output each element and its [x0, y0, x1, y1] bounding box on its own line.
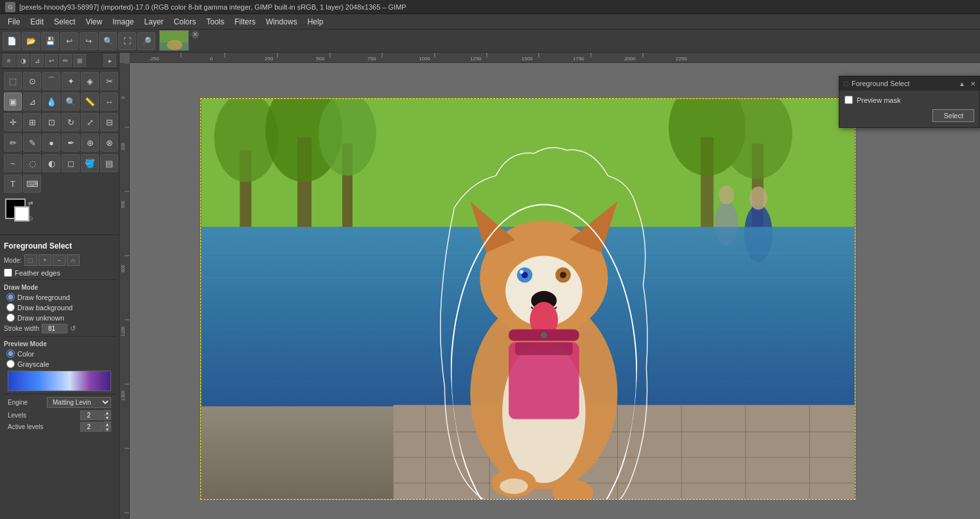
stroke-width-refresh-btn[interactable]: ↺ — [70, 324, 76, 333]
tool-ellipse-select[interactable]: ⊙ — [23, 72, 41, 90]
mode-subtract-btn[interactable]: − — [53, 254, 66, 266]
menu-filters[interactable]: Filters — [229, 16, 261, 28]
thumbnail-close[interactable]: ✕ — [191, 31, 199, 39]
preview-grayscale-label: Grayscale — [17, 360, 49, 368]
panel-icon-layers[interactable]: ≡ — [3, 54, 15, 67]
image-thumbnail[interactable] — [159, 30, 189, 51]
menu-image[interactable]: Image — [107, 16, 139, 28]
tool-scissors[interactable]: ✂ — [100, 72, 118, 90]
menu-edit[interactable]: Edit — [25, 16, 49, 28]
save-button[interactable]: 💾 — [41, 32, 59, 50]
menu-file[interactable]: File — [3, 16, 25, 28]
tool-move[interactable]: ✛ — [4, 113, 22, 131]
tool-measure[interactable]: 📏 — [81, 92, 99, 110]
panel-icon-brushes[interactable]: ✏ — [59, 54, 72, 67]
tool-color-picker[interactable]: 💧 — [42, 92, 60, 110]
toolbox: ≡ ◑ ⊿ ↩ ✏ ⊞ ▸ ⬚ ⊙ ⌒ ✦ ◈ ✂ ▣ ⊿ 💧 🔍 📏 ↔ ✛ — [0, 53, 119, 519]
tool-ink[interactable]: ✒ — [62, 134, 80, 152]
levels-label: Levels — [8, 412, 26, 419]
menu-windows[interactable]: Windows — [261, 16, 302, 28]
tool-align[interactable]: ⊞ — [23, 113, 41, 131]
tool-zoom[interactable]: 🔍 — [62, 92, 80, 110]
levels-up-btn[interactable]: ▲ — [103, 410, 111, 415]
tool-script[interactable]: ⌨ — [23, 175, 41, 193]
open-file-button[interactable]: 📂 — [22, 32, 40, 50]
menu-select[interactable]: Select — [49, 16, 80, 28]
new-file-button[interactable]: 📄 — [3, 32, 21, 50]
canvas-viewport[interactable]: ⬚ Foreground Select ▲ ✕ Preview mask Sel… — [130, 63, 980, 519]
preview-mask-checkbox[interactable] — [844, 96, 853, 104]
stroke-width-row: Stroke width ↺ — [4, 324, 115, 333]
svg-text:0: 0 — [210, 56, 213, 62]
mode-replace-btn[interactable]: ⬚ — [24, 254, 37, 266]
tool-clone[interactable]: ⊗ — [100, 134, 118, 152]
undo-button[interactable]: ↩ — [60, 32, 78, 50]
menu-layer[interactable]: Layer — [139, 16, 169, 28]
tool-airbrush[interactable]: ● — [42, 134, 60, 152]
zoom-fit-button[interactable]: ⛶ — [118, 32, 136, 50]
image-canvas[interactable] — [200, 98, 855, 500]
fg-dialog-arrow-icon[interactable]: ▲ — [959, 80, 965, 87]
draw-mode-title: Draw Mode — [4, 284, 115, 291]
active-levels-input[interactable] — [80, 422, 103, 432]
mode-add-btn[interactable]: + — [39, 254, 51, 266]
tool-shear[interactable]: ⊟ — [100, 113, 118, 131]
panel-icon-paths[interactable]: ⊿ — [31, 54, 44, 67]
stroke-width-input[interactable] — [42, 324, 67, 333]
background-color[interactable] — [14, 206, 30, 222]
tool-paths[interactable]: ⊿ — [23, 92, 41, 110]
tool-transform[interactable]: ↔ — [100, 92, 118, 110]
tool-fill[interactable]: 🪣 — [81, 154, 99, 172]
tool-fuzzy-select[interactable]: ✦ — [62, 72, 80, 90]
tool-text[interactable]: T — [4, 175, 22, 193]
zoom-in-button[interactable]: 🔎 — [137, 32, 155, 50]
svg-text:2250: 2250 — [676, 56, 687, 62]
panel-menu-button[interactable]: ▸ — [103, 54, 116, 67]
draw-foreground-radio[interactable] — [6, 293, 15, 301]
tool-smudge[interactable]: ~ — [4, 154, 22, 172]
redo-button[interactable]: ↪ — [80, 32, 98, 50]
preview-color-radio[interactable] — [6, 349, 15, 358]
tool-rect-select[interactable]: ⬚ — [4, 72, 22, 90]
color-swatch[interactable]: ⇄ ⊙ — [5, 198, 44, 229]
tool-crop[interactable]: ⊡ — [42, 113, 60, 131]
panel-icon-channels[interactable]: ◑ — [17, 54, 30, 67]
preview-grayscale-radio[interactable] — [6, 360, 15, 368]
fg-dialog-close-icon[interactable]: ✕ — [970, 80, 976, 87]
tool-dodge-burn[interactable]: ◐ — [42, 154, 60, 172]
window-title: [pexels-hnoody93-58997] (imported)-17.0 … — [19, 3, 407, 11]
mode-intersect-btn[interactable]: ∩ — [67, 254, 80, 266]
engine-select[interactable]: Matting Levin Matting Global — [47, 397, 111, 408]
active-levels-up-btn[interactable]: ▲ — [103, 421, 111, 427]
swap-colors-button[interactable]: ⇄ — [28, 200, 33, 206]
tool-options-title: Foreground Select — [4, 242, 115, 251]
tool-by-color[interactable]: ◈ — [81, 72, 99, 90]
menu-help[interactable]: Help — [302, 16, 329, 28]
tool-free-select[interactable]: ⌒ — [42, 72, 60, 90]
reset-colors-button[interactable]: ⊙ — [28, 215, 33, 222]
tool-paintbrush[interactable]: ✏ — [4, 134, 22, 152]
tool-rotate[interactable]: ↻ — [62, 113, 80, 131]
menu-view[interactable]: View — [80, 16, 107, 28]
menu-colors[interactable]: Colors — [169, 16, 202, 28]
tool-scale[interactable]: ⤢ — [81, 113, 99, 131]
select-button[interactable]: Select — [932, 109, 974, 122]
tool-foreground-select[interactable]: ▣ — [4, 92, 22, 110]
feather-edges-checkbox[interactable] — [4, 268, 12, 277]
panel-icon-patterns[interactable]: ⊞ — [73, 54, 86, 67]
draw-background-radio[interactable] — [6, 303, 15, 312]
tool-pencil[interactable]: ✎ — [23, 134, 41, 152]
menu-tools[interactable]: Tools — [201, 16, 229, 28]
tool-heal[interactable]: ⊕ — [81, 134, 99, 152]
thumbnail-bar: ✕ — [157, 30, 977, 53]
levels-input[interactable] — [80, 410, 103, 420]
tool-gradient[interactable]: ▤ — [100, 154, 118, 172]
tool-blur[interactable]: ◌ — [23, 154, 41, 172]
zoom-out-button[interactable]: 🔍 — [99, 32, 117, 50]
active-levels-down-btn[interactable]: ▼ — [103, 427, 111, 432]
levels-down-btn[interactable]: ▼ — [103, 415, 111, 420]
fg-dialog-title: Foreground Select — [852, 80, 956, 87]
panel-icon-undo[interactable]: ↩ — [45, 54, 58, 67]
tool-eraser[interactable]: ◻ — [62, 154, 80, 172]
draw-unknown-radio[interactable] — [6, 313, 15, 322]
